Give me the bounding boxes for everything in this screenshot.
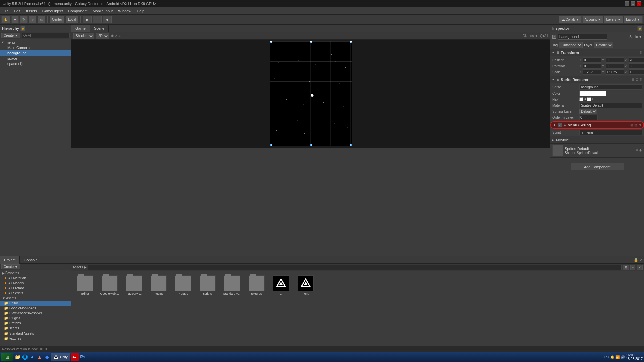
assets-header[interactable]: ▼ Assets (0, 296, 71, 301)
rect-tool[interactable]: ▭ (38, 16, 45, 23)
taskbar-explorer[interactable]: 📁 (14, 354, 21, 360)
menu-script-ext1[interactable]: ⊞ (630, 123, 633, 127)
asset-item-prefabs[interactable]: Prefabs (172, 274, 194, 297)
menu-gameobject[interactable]: GameObject (40, 8, 66, 14)
asset-filter-button[interactable]: ⊞ (623, 265, 629, 270)
hierarchy-item-space1[interactable]: space (1) (0, 61, 71, 66)
move-tool[interactable]: ✛ (11, 16, 19, 23)
order-layer-value[interactable]: 0 (579, 115, 598, 120)
hierarchy-create-button[interactable]: Create ▼ (1, 33, 20, 38)
sprite-renderer-header[interactable]: ▼ ◈ Sprite Renderer ⊞ ⊡ ⚙ (550, 76, 644, 83)
hierarchy-item-menu[interactable]: ▼ menu (0, 40, 71, 45)
step-button[interactable]: ⏭ (103, 16, 112, 23)
layers-button[interactable]: Layers ▼ (604, 16, 623, 23)
minimize-button[interactable]: _ (625, 1, 629, 6)
shading-select[interactable]: Shaded (73, 33, 94, 39)
window-controls[interactable]: _ □ ✕ (625, 1, 641, 6)
play-button[interactable]: ▶ (83, 16, 92, 23)
menu-edit[interactable]: Edit (11, 8, 23, 14)
asset-item-textures[interactable]: textures (246, 274, 267, 297)
transform-gear-icon[interactable]: ⚙ (640, 51, 643, 54)
proj-item-editor[interactable]: 📁 Editor (0, 301, 71, 306)
hierarchy-item-space[interactable]: space (0, 56, 71, 61)
start-button[interactable]: ⊞ (1, 353, 13, 361)
proj-item-plugins[interactable]: 📁 Plugins (0, 316, 71, 321)
project-create-button[interactable]: Create ▼ (1, 264, 20, 269)
asset-item-menu[interactable]: menu (294, 274, 316, 297)
center-button[interactable]: Center (50, 16, 64, 23)
sprite-renderer-ext2[interactable]: ⊡ (636, 78, 638, 81)
component-transform-header[interactable]: ▼ ⊞ Transform ⚙ (550, 49, 644, 56)
menu-script-active-toggle[interactable]: ✓ (558, 123, 562, 127)
proj-item-scripts[interactable]: 📁 scripts (0, 326, 71, 331)
sprites-ext2[interactable]: ⚙ (639, 149, 642, 153)
tab-game[interactable]: Game (71, 25, 90, 32)
bottom-lock[interactable]: 🔒 (634, 258, 638, 262)
tab-console[interactable]: Console (20, 256, 42, 264)
asset-view-button[interactable]: ≡ (630, 265, 635, 270)
proj-item-all-prefabs[interactable]: ★ All Prefabs (0, 286, 71, 291)
tab-project[interactable]: Project (0, 256, 20, 264)
proj-item-textures[interactable]: 📁 textures (0, 336, 71, 341)
taskbar-photoshop[interactable]: Ps (79, 354, 86, 360)
sorting-layer-select[interactable]: Default (579, 109, 597, 114)
material-value[interactable]: Sprites-Default (579, 103, 642, 108)
mystyle-header[interactable]: ▶ Mystyle (550, 136, 644, 144)
hand-tool[interactable]: ✋ (1, 16, 10, 23)
mode-select[interactable]: 2D 3D (96, 33, 109, 39)
asset-item-1[interactable]: 1 (270, 274, 292, 297)
sprite-value[interactable]: background (579, 84, 642, 90)
taskbar-app5[interactable]: ◆ (44, 354, 50, 360)
taskbar-unity[interactable]: Unity (51, 353, 70, 361)
taskbar-ie[interactable]: 🌐 (21, 354, 28, 360)
pause-button[interactable]: ⏸ (93, 16, 102, 23)
close-button[interactable]: ✕ (637, 1, 641, 6)
static-toggle[interactable]: Static ▼ (629, 35, 642, 39)
collab-button[interactable]: ☁ Collab ▼ (559, 16, 582, 23)
flip-y-checkbox[interactable] (587, 97, 591, 101)
taskbar-chrome[interactable]: ● (29, 354, 36, 360)
rotate-tool[interactable]: ↻ (20, 16, 28, 23)
proj-item-all-materials[interactable]: ★ All Materials (0, 276, 71, 281)
object-active-toggle[interactable]: ✓ (552, 35, 556, 39)
add-component-button[interactable]: Add Component (571, 163, 624, 170)
maximize-button[interactable]: □ (631, 1, 635, 6)
favorites-header[interactable]: ▶ Favorites (0, 270, 71, 276)
script-value[interactable]: ↳ menu (579, 130, 642, 135)
taskbar-app4[interactable]: ▲ (36, 354, 43, 360)
menu-assets[interactable]: Assets (23, 8, 40, 14)
asset-item-plugins[interactable]: Plugins (148, 274, 169, 297)
scale-tool[interactable]: ⤢ (29, 16, 36, 23)
color-swatch[interactable] (579, 90, 606, 96)
asset-item-scripts[interactable]: scripts (197, 274, 218, 297)
proj-item-play-services-resolver[interactable]: 📁 PlayServicesResolver (0, 311, 71, 316)
taskbar-app-badge[interactable]: 47 (71, 353, 79, 361)
tag-select[interactable]: Untagged (559, 42, 583, 48)
sprite-renderer-gear-icon[interactable]: ⚙ (640, 78, 643, 81)
proj-item-standard-assets[interactable]: 📁 Standard Assets (0, 331, 71, 336)
menu-file[interactable]: File (0, 8, 11, 14)
hierarchy-item-background[interactable]: background (0, 50, 71, 56)
game-view-content[interactable] (71, 40, 550, 148)
account-button[interactable]: Account ▼ (582, 16, 603, 23)
menu-mobile-input[interactable]: Mobile Input (90, 8, 115, 14)
inspector-lock[interactable]: 🔒 (637, 26, 642, 31)
hierarchy-lock[interactable]: 🔒 (20, 26, 25, 31)
hierarchy-search[interactable] (22, 33, 70, 38)
asset-item-googlemobile[interactable]: GoogleMobi... (99, 274, 120, 297)
proj-item-all-models[interactable]: ★ All Models (0, 281, 71, 286)
gizmos-btn[interactable]: Gizmos ▼ (523, 34, 538, 38)
asset-search-input[interactable] (88, 265, 622, 270)
layer-select[interactable]: Default (594, 42, 613, 48)
hierarchy-item-main-camera[interactable]: Main Camera (0, 45, 71, 50)
menu-component[interactable]: Component (65, 8, 90, 14)
menu-script-ext2[interactable]: ⊡ (634, 123, 637, 127)
tab-scene[interactable]: Scene (90, 25, 109, 32)
menu-script-header[interactable]: ▼ ✓ ◈ Menu (Script) ⊞ ⊡ ⚙ (550, 121, 644, 129)
all-filter[interactable]: Q▾All (540, 34, 548, 38)
asset-item-playservices[interactable]: PlayServic... (123, 274, 145, 297)
proj-item-all-scripts[interactable]: ★ All Scripts (0, 291, 71, 296)
sprite-renderer-ext1[interactable]: ⊞ (632, 78, 634, 81)
menu-window[interactable]: Window (115, 8, 134, 14)
flip-x-checkbox[interactable] (579, 97, 583, 101)
